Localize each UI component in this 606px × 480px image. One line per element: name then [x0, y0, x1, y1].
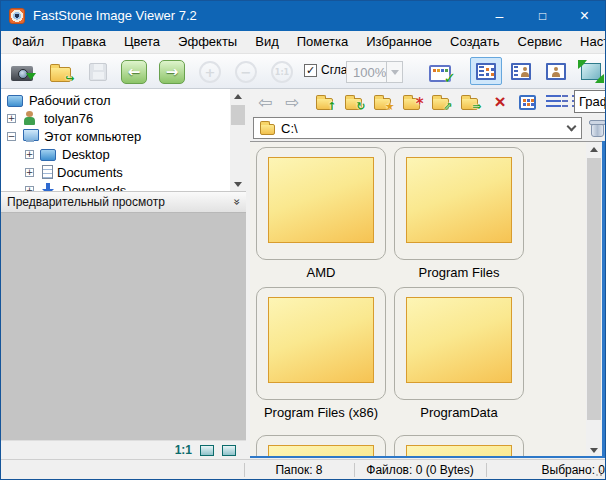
menu-effects[interactable]: Эффекты	[169, 31, 246, 53]
title-bar[interactable]: FastStone Image Viewer 7.2 – □ ×	[1, 1, 605, 31]
display-options-button[interactable]: ✓	[425, 58, 455, 86]
tree-item-this-computer[interactable]: − Этот компьютер	[7, 127, 235, 145]
actual-size-button-disabled[interactable]: 1:1	[267, 58, 297, 86]
folder-cell-amd: AMD	[256, 147, 386, 280]
tree-expander-plus[interactable]: +	[25, 168, 34, 177]
zoom-combo-arrow-icon[interactable]	[386, 62, 402, 82]
folder-image	[406, 157, 512, 243]
up-folder-button[interactable]: ↑	[311, 90, 337, 114]
menu-bar: Файл Правка Цвета Эффекты Вид Пометка Из…	[1, 31, 605, 54]
folder-thumbnail[interactable]	[394, 435, 524, 457]
preview-fullscreen-icon[interactable]	[222, 445, 236, 456]
minimize-button[interactable]: –	[478, 1, 521, 31]
zoom-in-icon: +	[199, 61, 221, 83]
thumbnail-view-button[interactable]	[514, 90, 540, 114]
folder-thumbnail[interactable]	[256, 287, 386, 400]
menu-favorites[interactable]: Избранное	[357, 31, 441, 53]
folder-thumbnail[interactable]	[256, 147, 386, 260]
recycle-bin-button[interactable]	[587, 118, 606, 138]
favorites-button[interactable]: ★	[369, 90, 395, 114]
folder-name[interactable]: Program Files	[394, 265, 524, 280]
tree-item-tolyan76[interactable]: + tolyan76	[7, 109, 235, 127]
new-folder-button[interactable]: *	[398, 90, 424, 114]
app-logo-icon	[9, 8, 25, 24]
tree-scrollbar[interactable]	[230, 89, 246, 191]
move-arrow-glyph: ⇒	[472, 100, 481, 113]
preview-zoom-ratio[interactable]: 1:1	[175, 443, 192, 457]
maximize-button[interactable]: □	[521, 1, 564, 31]
previous-arrow-icon: ←	[121, 60, 147, 84]
zoom-percent-combobox[interactable]: 100%	[346, 61, 403, 83]
desktop-icon	[40, 149, 56, 161]
folder-refresh-icon: ↻	[345, 98, 362, 110]
scroll-down-icon[interactable]	[586, 443, 602, 457]
resize-grip[interactable]	[600, 474, 602, 476]
menu-settings[interactable]: Настройки	[571, 31, 606, 53]
path-combobox[interactable]: C:\	[253, 117, 582, 139]
view-image-button[interactable]	[542, 57, 570, 85]
tree-item-desktop[interactable]: + Desktop	[25, 145, 246, 163]
move-to-folder-button[interactable]: ⇒	[456, 90, 482, 114]
scroll-up-icon[interactable]	[586, 142, 602, 156]
tree-label[interactable]: Рабочий стол	[29, 93, 111, 108]
tree-expander-plus[interactable]: +	[25, 150, 34, 159]
refresh-button[interactable]: ↻	[340, 90, 366, 114]
delete-button[interactable]: ×	[487, 90, 513, 114]
menu-colors[interactable]: Цвета	[115, 31, 169, 53]
preview-panel-header[interactable]: Предварительный просмотр »	[1, 191, 246, 213]
menu-file[interactable]: Файл	[3, 31, 53, 53]
menu-edit[interactable]: Правка	[53, 31, 115, 53]
dropdown-chevron-icon[interactable]	[567, 121, 577, 131]
fit-window-icon[interactable]	[200, 445, 214, 456]
grid-scrollbar[interactable]	[586, 142, 602, 457]
file-grid[interactable]: AMD Program Files Program Files (x86) Pr…	[250, 141, 606, 457]
acquire-camera-button[interactable]	[7, 58, 37, 86]
back-button[interactable]: ⇦	[252, 90, 278, 114]
forward-button[interactable]: ⇨	[279, 90, 305, 114]
status-selected-count: Выбрано: 0	[491, 463, 605, 477]
next-image-button[interactable]: →	[157, 58, 187, 86]
folder-name[interactable]: Program Files (x86)	[256, 405, 386, 420]
menu-view[interactable]: Вид	[246, 31, 288, 53]
scroll-down-icon[interactable]	[230, 177, 246, 191]
view-browser-button[interactable]	[470, 57, 502, 85]
zoom-out-button-disabled[interactable]: −	[231, 58, 261, 86]
tree-label[interactable]: Этот компьютер	[44, 129, 141, 144]
open-file-button[interactable]: ↪	[45, 58, 75, 86]
previous-image-button[interactable]: ←	[119, 58, 149, 86]
user-icon	[22, 111, 38, 125]
file-filter-combobox[interactable]: Граф	[574, 90, 606, 113]
menu-create[interactable]: Создать	[441, 31, 508, 53]
tree-label[interactable]: Desktop	[62, 147, 110, 162]
folder-name[interactable]: AMD	[256, 265, 386, 280]
folder-thumbnail[interactable]	[394, 287, 524, 400]
folder-thumbnail[interactable]	[394, 147, 524, 260]
view-browser-image-button[interactable]	[507, 57, 535, 85]
fullscreen-button[interactable]	[577, 57, 605, 85]
browser-toolbar: ⇦ ⇨ ↑ ↻ ★ * ⇗	[250, 89, 606, 115]
statusbar-separator	[486, 463, 487, 477]
tree-item-documents[interactable]: + Documents	[25, 163, 246, 181]
copy-to-folder-button[interactable]: ⇗	[427, 90, 453, 114]
tree-item-downloads[interactable]: + Downloads	[25, 181, 246, 191]
image-view-icon	[546, 63, 566, 80]
close-button[interactable]: ×	[564, 1, 605, 31]
folder-thumbnail[interactable]	[256, 435, 386, 457]
tree-label[interactable]: tolyan76	[44, 111, 93, 126]
menu-tag[interactable]: Пометка	[288, 31, 357, 53]
smooth-checkbox[interactable]: ✓	[304, 64, 317, 77]
tree-expander-minus[interactable]: −	[7, 132, 16, 141]
pane-focus-border	[602, 141, 605, 457]
zoom-in-button-disabled[interactable]: +	[195, 58, 225, 86]
tree-label[interactable]: Documents	[57, 165, 123, 180]
scrollbar-thumb[interactable]	[231, 105, 245, 125]
folder-name[interactable]: ProgramData	[394, 405, 524, 420]
collapse-chevron-icon[interactable]: »	[229, 198, 243, 205]
scroll-up-icon[interactable]	[230, 89, 246, 103]
tree-item-desktop-root[interactable]: Рабочий стол	[7, 91, 235, 109]
tree-expander-plus[interactable]: +	[7, 114, 16, 123]
menu-tools[interactable]: Сервис	[509, 31, 572, 53]
save-button-disabled[interactable]	[83, 58, 113, 86]
scrollbar-thumb[interactable]	[587, 158, 601, 420]
tree-label[interactable]: Downloads	[62, 183, 126, 192]
